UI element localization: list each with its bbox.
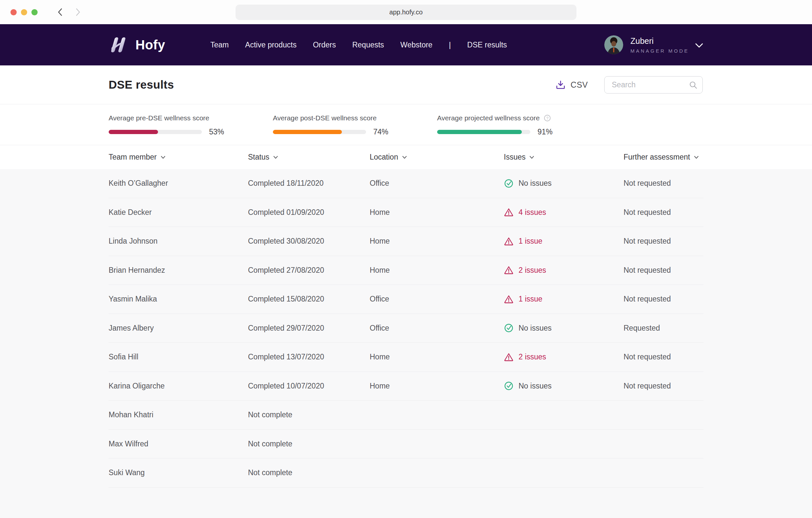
status-cell: Not complete bbox=[248, 468, 370, 477]
table-row: Karina Oligarche Completed 10/07/2020 Ho… bbox=[109, 372, 703, 401]
nav-item-webstore[interactable]: Webstore bbox=[401, 40, 433, 50]
hofy-logo-icon bbox=[109, 35, 129, 55]
further-assessment-cell: Not requested bbox=[624, 382, 703, 391]
issues-label: No issues bbox=[519, 324, 552, 333]
search-input[interactable] bbox=[604, 76, 703, 94]
issues-cell: 2 issues bbox=[504, 265, 624, 275]
csv-label: CSV bbox=[571, 80, 588, 90]
column-header[interactable]: Location bbox=[370, 153, 504, 161]
chevron-down-icon[interactable] bbox=[695, 43, 703, 48]
status-cell: Completed 13/07/2020 bbox=[248, 353, 370, 361]
status-cell: Completed 29/07/2020 bbox=[248, 324, 370, 333]
url-text: app.hofy.co bbox=[389, 8, 423, 16]
location-cell: Office bbox=[370, 324, 504, 333]
search-icon bbox=[689, 81, 697, 89]
further-assessment-cell: Not requested bbox=[624, 179, 703, 188]
nav-item-orders[interactable]: Orders bbox=[313, 40, 336, 50]
sort-chevron-icon bbox=[273, 156, 278, 159]
team-member-cell: Mohan Khatri bbox=[109, 410, 248, 419]
hofy-logo[interactable]: Hofy bbox=[109, 35, 165, 55]
hofy-wordmark: Hofy bbox=[136, 38, 165, 52]
table-header: Team member Status Location Issues Furth… bbox=[0, 145, 812, 169]
forward-icon[interactable] bbox=[74, 8, 82, 17]
minimize-window-icon[interactable] bbox=[21, 9, 27, 16]
wellness-score-card: Average post-DSE wellness score ? 74% bbox=[273, 104, 437, 145]
sort-chevron-icon bbox=[694, 156, 699, 159]
page-header: DSE results CSV bbox=[0, 65, 812, 104]
issues-cell: No issues bbox=[504, 323, 624, 333]
location-cell: Home bbox=[370, 237, 504, 246]
table-row: Sofia Hill Completed 13/07/2020 Home 2 i… bbox=[109, 343, 703, 372]
location-cell: Home bbox=[370, 266, 504, 275]
team-member-cell: Sofia Hill bbox=[109, 353, 248, 361]
location-cell: Office bbox=[370, 179, 504, 188]
back-icon[interactable] bbox=[56, 8, 64, 17]
further-assessment-cell: Not requested bbox=[624, 353, 703, 361]
nav-item-team[interactable]: Team bbox=[210, 40, 229, 50]
user-mode-badge: MANAGER MODE bbox=[631, 48, 689, 54]
team-member-cell: Max Wilfred bbox=[109, 439, 248, 448]
status-cell: Completed 18/11/2020 bbox=[248, 179, 370, 188]
help-icon[interactable]: ? bbox=[544, 115, 551, 122]
score-label: Average pre-DSE wellness score bbox=[109, 114, 209, 122]
user-name: Zuberi bbox=[631, 36, 689, 46]
navbar: Hofy TeamActive productsOrdersRequestsWe… bbox=[0, 24, 812, 65]
team-member-cell: Keith O’Gallagher bbox=[109, 179, 248, 188]
further-assessment-cell: Not requested bbox=[624, 237, 703, 246]
issues-label: No issues bbox=[519, 179, 552, 188]
score-label: Average projected wellness score bbox=[437, 114, 540, 122]
team-member-cell: Katie Decker bbox=[109, 208, 248, 217]
check-circle-icon bbox=[504, 381, 514, 391]
table-body: Keith O’Gallagher Completed 18/11/2020 O… bbox=[0, 169, 812, 518]
status-cell: Completed 15/08/2020 bbox=[248, 295, 370, 303]
score-label: Average post-DSE wellness score bbox=[273, 114, 377, 122]
column-header[interactable]: Status bbox=[248, 153, 370, 161]
table-row: Katie Decker Completed 01/09/2020 Home 4… bbox=[109, 198, 703, 227]
maximize-window-icon[interactable] bbox=[31, 9, 38, 16]
nav-item-requests[interactable]: Requests bbox=[352, 40, 384, 50]
further-assessment-cell: Not requested bbox=[624, 266, 703, 275]
issues-cell: 1 issue bbox=[504, 237, 624, 246]
column-header-label: Issues bbox=[504, 153, 525, 161]
team-member-cell: Suki Wang bbox=[109, 468, 248, 477]
further-assessment-cell: Not requested bbox=[624, 208, 703, 217]
download-icon bbox=[555, 80, 566, 90]
nav-divider: | bbox=[449, 40, 451, 50]
wellness-scores: Average pre-DSE wellness score ? 53% Ave… bbox=[0, 104, 812, 145]
column-header-label: Location bbox=[370, 153, 398, 161]
nav-item-dse-results[interactable]: DSE results bbox=[467, 40, 507, 50]
score-bar-fill bbox=[437, 130, 522, 134]
warning-triangle-icon bbox=[504, 294, 514, 304]
score-bar-track bbox=[109, 130, 202, 134]
issues-label: 4 issues bbox=[519, 208, 546, 217]
issues-label: No issues bbox=[519, 382, 552, 391]
column-header[interactable]: Further assessment bbox=[624, 153, 703, 161]
further-assessment-cell: Requested bbox=[624, 324, 703, 333]
column-header-label: Status bbox=[248, 153, 269, 161]
address-bar[interactable]: app.hofy.co bbox=[236, 5, 576, 20]
column-header[interactable]: Issues bbox=[504, 153, 624, 161]
score-value: 53% bbox=[209, 127, 224, 136]
status-cell: Not complete bbox=[248, 410, 370, 419]
column-header-label: Further assessment bbox=[624, 153, 690, 161]
nav-item-active-products[interactable]: Active products bbox=[245, 40, 296, 50]
window-controls bbox=[10, 9, 38, 16]
column-header[interactable]: Team member bbox=[109, 153, 248, 161]
score-bar-track bbox=[437, 130, 530, 134]
close-window-icon[interactable] bbox=[10, 9, 17, 16]
column-header-label: Team member bbox=[109, 153, 157, 161]
score-bar-fill bbox=[109, 130, 158, 134]
team-member-cell: Yasmin Malika bbox=[109, 295, 248, 303]
table-row: Brian Hernandez Completed 27/08/2020 Hom… bbox=[109, 256, 703, 285]
issues-label: 2 issues bbox=[519, 353, 546, 361]
export-csv-button[interactable]: CSV bbox=[555, 80, 588, 90]
warning-triangle-icon bbox=[504, 207, 514, 217]
warning-triangle-icon bbox=[504, 265, 514, 275]
status-cell: Completed 10/07/2020 bbox=[248, 382, 370, 391]
issues-cell: 2 issues bbox=[504, 352, 624, 362]
main-nav: TeamActive productsOrdersRequestsWebstor… bbox=[210, 40, 507, 50]
check-circle-icon bbox=[504, 323, 514, 333]
table-row: Max Wilfred Not complete bbox=[109, 430, 703, 459]
location-cell: Home bbox=[370, 208, 504, 217]
user-menu[interactable]: Zuberi MANAGER MODE bbox=[604, 35, 703, 54]
